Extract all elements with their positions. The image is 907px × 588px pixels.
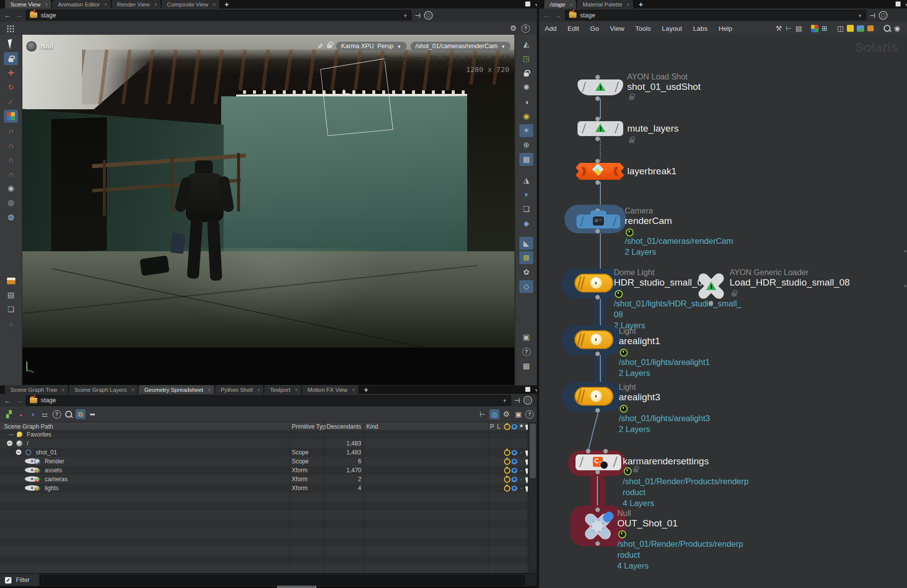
close-icon[interactable] (45, 1, 48, 7)
scroll-nub[interactable]: ◂ (904, 248, 906, 253)
menu-view[interactable]: View (604, 25, 630, 32)
close-icon[interactable] (570, 1, 573, 7)
activation-toggle[interactable] (504, 449, 510, 456)
handles-icon[interactable]: ✿ (519, 266, 533, 279)
locator-icon[interactable]: ⊕ (519, 139, 533, 151)
viewport-lock-icon[interactable] (327, 44, 332, 48)
visibility-toggle[interactable] (511, 459, 517, 464)
renderer-menu[interactable]: Karma XPU Persp (336, 42, 407, 51)
activation-toggle[interactable] (504, 476, 510, 483)
transform-tool-icon[interactable] (4, 110, 18, 123)
help-icon[interactable] (521, 24, 530, 33)
mask-icon[interactable]: ◖ (28, 409, 38, 419)
visualizer-eye-icon[interactable]: ◉ (892, 23, 902, 33)
menu-labs[interactable]: Labs (687, 25, 713, 32)
table-row-favorites[interactable]: Favorites (0, 430, 528, 439)
visibility-toggle[interactable] (511, 486, 517, 491)
col-primitive-type[interactable]: Primitive Typ (292, 423, 326, 430)
tab-render-view[interactable]: Render View (112, 0, 161, 8)
checker-background-icon[interactable]: ▦ (519, 153, 533, 166)
tab-textport[interactable]: Textport (264, 385, 301, 394)
node-karmarendersettings[interactable] (576, 454, 621, 470)
world-icon[interactable]: ◍ (490, 409, 499, 419)
back-icon[interactable]: ← (4, 11, 11, 19)
input-port[interactable] (595, 117, 600, 121)
lighting-mode-icon[interactable]: ☀ (519, 124, 533, 137)
new-tab-button[interactable]: + (634, 0, 648, 8)
tab-scene-graph-tree[interactable]: Scene Graph Tree (5, 385, 68, 394)
settings-gear-icon[interactable] (508, 23, 518, 33)
find-nodes-icon[interactable] (882, 23, 892, 33)
output-port[interactable] (595, 470, 600, 474)
output-port[interactable] (595, 180, 600, 185)
forward-icon[interactable]: → (15, 397, 22, 404)
view-pivot-icon[interactable]: ◎ (4, 196, 18, 209)
new-tab-button[interactable]: + (220, 0, 234, 8)
output-port[interactable] (595, 352, 600, 356)
translate-tool-icon[interactable]: ✚ (4, 67, 18, 79)
visibility-toggle[interactable] (511, 477, 517, 482)
node-name-label[interactable]: Load_HDR_studio_small_08 (730, 277, 850, 288)
scale-tool-icon[interactable]: ↕ (1, 92, 20, 111)
activation-toggle[interactable] (504, 458, 510, 465)
lock-camera-icon[interactable] (519, 67, 533, 79)
grid-display-icon[interactable]: ◇ (519, 280, 533, 293)
highlight-eye-icon[interactable]: ◉ (519, 110, 533, 123)
menu-edit[interactable]: Edit (562, 25, 584, 32)
sticky-note-icon[interactable] (845, 23, 855, 33)
radial-menu-icon[interactable] (879, 11, 888, 20)
col-power-icon[interactable] (504, 424, 510, 430)
node-layerbreak1[interactable] (576, 163, 624, 180)
close-icon[interactable] (131, 387, 134, 393)
node-name-label[interactable]: arealight1 (619, 336, 660, 347)
hierarchy-icon[interactable]: ⊢ (478, 409, 488, 419)
node-arealight1[interactable] (575, 330, 613, 349)
spreadsheet-icon[interactable]: ▦ (519, 360, 533, 372)
sliders-icon[interactable]: ⚍ (40, 409, 50, 419)
table-row-cameras[interactable]: cameras Xform 2 (0, 475, 528, 484)
table-row-shot-01[interactable]: shot_01 Scope 1,483 (0, 448, 528, 457)
scroll-nub[interactable]: ◂ (904, 283, 906, 288)
node-mute-layers[interactable] (577, 121, 623, 136)
activation-toggle[interactable] (504, 467, 510, 474)
node-load-hdr-studio-small-08[interactable] (695, 272, 728, 300)
grid-handle-icon[interactable] (6, 24, 14, 32)
close-icon[interactable] (154, 1, 157, 7)
camera-tool-icon[interactable]: ◉ (4, 182, 18, 195)
view-eye-icon[interactable]: ◭ (519, 38, 533, 51)
back-icon[interactable]: ← (4, 397, 11, 404)
node-name-label[interactable]: karmarendersettings (623, 456, 709, 467)
tree-nodes-icon[interactable]: ▞ (4, 409, 14, 419)
tree-view-icon[interactable]: ⊢ (784, 23, 794, 33)
close-icon[interactable] (352, 387, 355, 393)
menu-layout[interactable]: Layout (657, 25, 688, 32)
back-icon[interactable]: ← (543, 11, 551, 19)
close-icon[interactable] (208, 387, 211, 393)
tab-material-palette[interactable]: Material Palette (577, 0, 633, 8)
secure-selection-icon[interactable] (4, 52, 18, 65)
background-image-icon[interactable] (855, 23, 865, 33)
node-name-label[interactable]: HDR_studio_small_08 (614, 277, 708, 288)
chevron-down-icon[interactable] (502, 397, 507, 404)
shading-mode-icon[interactable]: ◣ (519, 237, 533, 250)
prim-mask-icon[interactable]: ◒ (16, 409, 26, 419)
node-name-label[interactable]: arealight3 (619, 392, 660, 403)
visibility-toggle[interactable] (511, 450, 517, 455)
bottom-path-field[interactable]: stage (26, 395, 511, 406)
node-arealight3[interactable] (575, 387, 613, 406)
snap-multi-icon[interactable] (4, 167, 18, 180)
close-icon[interactable] (213, 1, 216, 7)
pane-maximize-icon[interactable] (896, 1, 901, 6)
table-row-render[interactable]: Render Scope 6 (0, 457, 528, 466)
tab-animation-editor[interactable]: Animation Editor (52, 0, 110, 8)
forward-icon[interactable]: → (15, 11, 22, 19)
pin-icon[interactable] (514, 396, 520, 405)
node-name-label[interactable]: renderCam (625, 216, 672, 226)
close-icon[interactable] (295, 387, 298, 393)
pane-maximize-icon[interactable] (525, 1, 530, 6)
image-planes-icon[interactable]: ❏ (519, 203, 533, 216)
info-icon[interactable] (519, 345, 533, 358)
node-out-shot-01[interactable] (581, 512, 615, 540)
snap-curve-icon[interactable] (4, 139, 18, 151)
node-hdr-studio-small-08[interactable] (575, 274, 613, 293)
